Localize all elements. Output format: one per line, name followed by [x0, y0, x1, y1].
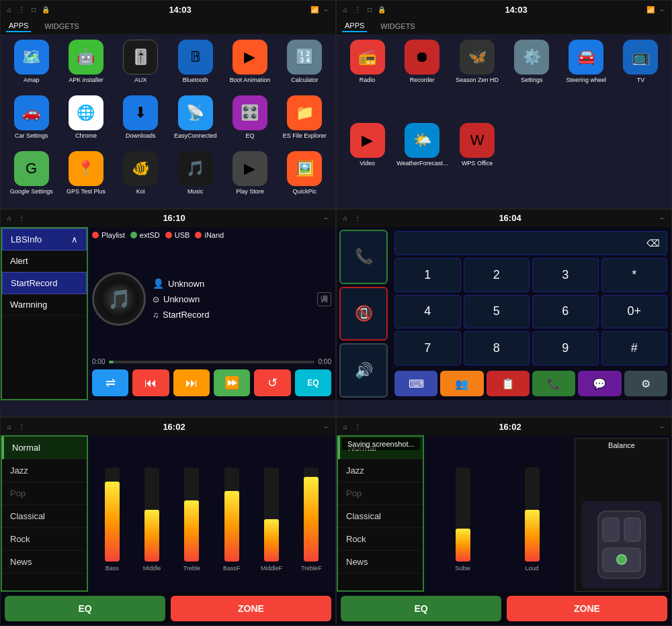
app-item-season-zen-hd[interactable]: 🦋 Season Zen HD	[452, 40, 503, 119]
phone-settings-button[interactable]: ⚙	[624, 371, 667, 396]
preset-jazz-2[interactable]: Jazz	[338, 459, 423, 482]
app-item-amap[interactable]: 🗺️ Amap	[6, 40, 56, 91]
preset-news-1[interactable]: News	[2, 551, 87, 574]
app-item-koi[interactable]: 🐠 Koi	[116, 151, 166, 203]
dial-key-hash[interactable]: #	[601, 331, 668, 365]
home-icon-p5[interactable]: ⌂	[5, 422, 14, 431]
back-icon-p3[interactable]: ←	[322, 214, 331, 223]
eq-button[interactable]: EQ	[295, 369, 331, 396]
repeat-button[interactable]: ↺	[254, 369, 290, 396]
dial-key-0plus[interactable]: 0+	[601, 295, 668, 329]
app-item-video[interactable]: ▶ Video	[342, 123, 392, 202]
eq-bar-bassf[interactable]: BassF	[214, 467, 249, 572]
menu-icon-p4[interactable]: ⋮	[353, 214, 362, 223]
dial-key-3[interactable]: 3	[532, 258, 599, 292]
back-icon-p2[interactable]: ←	[658, 5, 667, 14]
eq-bar-treble[interactable]: Treble	[175, 467, 209, 572]
app-item-apk-installer[interactable]: 🤖 APK installer	[60, 40, 111, 91]
tab-apps-p2[interactable]: APPS	[342, 20, 367, 32]
app-item-gps-test-plus[interactable]: 📍 GPS Test Plus	[60, 151, 111, 203]
source-extsd[interactable]: extSD	[130, 231, 160, 239]
backspace-icon[interactable]: ⌫	[646, 238, 660, 249]
sidebar-warnning[interactable]: Warnning	[2, 294, 87, 316]
eq-bar-treblef[interactable]: TrebleF	[294, 467, 329, 572]
tab-widgets-p2[interactable]: WIDGETS	[378, 21, 417, 32]
dial-key-7[interactable]: 7	[394, 331, 461, 365]
preset-pop-2[interactable]: Pop	[338, 482, 423, 505]
call-button[interactable]: 📞	[339, 230, 388, 284]
preset-normal-1[interactable]: Normal	[2, 437, 87, 459]
fast-forward-button[interactable]: ⏩	[214, 369, 250, 396]
menu-icon-p3[interactable]: ⋮	[17, 214, 26, 223]
app-item-radio[interactable]: 📻 Radio	[342, 40, 392, 119]
dial-key-9[interactable]: 9	[532, 331, 599, 365]
zone-button-1[interactable]: ZONE	[171, 596, 331, 621]
eq-bar-middle[interactable]: Middle	[134, 467, 169, 572]
app-item-settings[interactable]: ⚙️ Settings	[507, 40, 557, 119]
source-playlist[interactable]: Playlist	[92, 231, 125, 239]
back-icon-p4[interactable]: ←	[658, 214, 667, 223]
menu-icon[interactable]: ⋮	[17, 5, 26, 14]
home-icon-p4[interactable]: ⌂	[341, 214, 350, 223]
sidebar-startrecord[interactable]: StartRecord	[2, 272, 87, 294]
home-icon-p6[interactable]: ⌂	[341, 422, 350, 431]
source-usb[interactable]: USB	[165, 231, 190, 239]
app-item-downloads[interactable]: ⬇ Downloads	[116, 95, 166, 147]
dialpad-button[interactable]: ⌨	[394, 371, 437, 396]
app-item-weatherforecast...[interactable]: 🌤️ WeatherForecast...	[396, 123, 448, 202]
home-icon-p3[interactable]: ⌂	[5, 214, 14, 223]
mute-button[interactable]: 🔊	[339, 343, 388, 398]
tab-widgets-p1[interactable]: WIDGETS	[42, 21, 81, 32]
sms-button[interactable]: 💬	[578, 371, 621, 396]
dial-key-4[interactable]: 4	[394, 295, 461, 329]
dial-key-6[interactable]: 6	[532, 295, 599, 329]
dial-key-8[interactable]: 8	[464, 331, 530, 365]
dialer-display[interactable]: ⌫	[394, 231, 667, 255]
zone-button-2[interactable]: ZONE	[507, 596, 667, 621]
app-item-quickpic[interactable]: 🖼️ QuickPic	[280, 151, 330, 203]
prev-button[interactable]: ⏮	[132, 369, 169, 396]
preset-classical-2[interactable]: Classical	[338, 505, 423, 528]
app-item-car-settings[interactable]: 🚗 Car Settings	[6, 95, 56, 147]
sidebar-alert[interactable]: Alert	[2, 251, 87, 272]
app-item-aux[interactable]: 🎚️ AUX	[116, 40, 166, 91]
app-item-play-store[interactable]: ▶ Play Store	[224, 151, 275, 203]
back-icon-p5[interactable]: ←	[322, 422, 331, 431]
preset-jazz-1[interactable]: Jazz	[2, 459, 87, 482]
recent-calls-button[interactable]: 📋	[487, 371, 530, 396]
dial-key-star[interactable]: *	[601, 258, 668, 292]
hangup-button[interactable]: 📵	[339, 287, 388, 341]
app-item-google-settings[interactable]: G Google Settings	[6, 151, 56, 203]
dial-key-1[interactable]: 1	[394, 258, 461, 292]
preset-rock-1[interactable]: Rock	[2, 528, 87, 551]
next-button[interactable]: ⏭	[173, 369, 210, 396]
progress-bar[interactable]	[109, 361, 314, 363]
app-item-es-file-explorer[interactable]: 📁 ES File Explorer	[280, 95, 330, 147]
app-item-boot-animation[interactable]: ▶ Boot Animation	[224, 40, 275, 91]
eq-bar-p6-subw[interactable]: Subw	[431, 467, 495, 572]
app-item-bluetooth[interactable]: 𝔹 Bluetooth	[170, 40, 220, 91]
eq-main-button-1[interactable]: EQ	[5, 596, 165, 621]
preset-news-2[interactable]: News	[338, 551, 423, 574]
source-inand[interactable]: iNand	[195, 231, 224, 239]
app-item-music[interactable]: 🎵 Music	[170, 151, 220, 203]
dial-key-5[interactable]: 5	[464, 295, 530, 329]
app-item-wps-office[interactable]: W WPS Office	[452, 123, 503, 202]
app-item-recorder[interactable]: ⏺ Recorder	[396, 40, 448, 119]
menu-icon-p2[interactable]: ⋮	[353, 5, 362, 14]
hold-button[interactable]: 📞	[532, 371, 575, 396]
eq-indicator[interactable]: 调	[317, 292, 331, 306]
app-item-tv[interactable]: 📺 TV	[616, 40, 666, 119]
app-item-steering-wheel[interactable]: 🚘 Steering wheel	[561, 40, 612, 119]
eq-bar-p6-loud[interactable]: Loud	[500, 467, 564, 572]
dial-key-2[interactable]: 2	[464, 258, 530, 292]
back-icon-p6[interactable]: ←	[658, 422, 667, 431]
home-icon-p2[interactable]: ⌂	[341, 5, 350, 14]
menu-icon-p5[interactable]: ⋮	[17, 422, 26, 431]
eq-main-button-2[interactable]: EQ	[341, 596, 501, 621]
preset-pop-1[interactable]: Pop	[2, 482, 87, 505]
home-icon[interactable]: ⌂	[5, 5, 14, 14]
eq-bar-middlef[interactable]: MiddleF	[254, 467, 288, 572]
preset-rock-2[interactable]: Rock	[338, 528, 423, 551]
app-item-easyconnected[interactable]: 📡 EasyConnected	[170, 95, 220, 147]
